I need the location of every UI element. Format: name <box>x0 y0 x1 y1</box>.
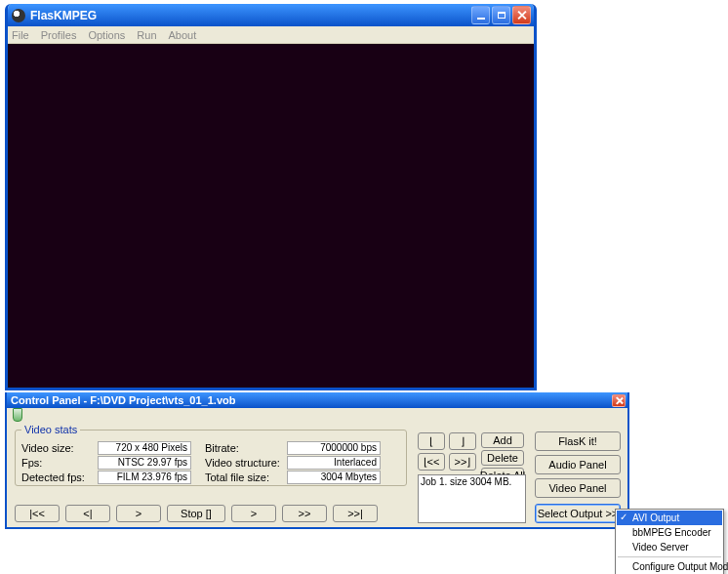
detected-fps-value: FILM 23.976 fps <box>98 471 191 484</box>
transport-first[interactable]: |<< <box>15 505 60 522</box>
transport-controls: |<< <| > Stop [] > >> >>| <box>15 505 378 522</box>
add-job-button[interactable]: Add <box>481 432 524 448</box>
total-size-value: 3004 Mbytes <box>287 471 381 484</box>
main-title: FlasKMPEG <box>30 9 469 22</box>
select-output-button[interactable]: Select Output >> <box>535 504 621 523</box>
menu-item-configure-output[interactable]: Configure Output Module <box>617 559 722 574</box>
fps-label: Fps: <box>21 457 98 469</box>
control-panel-titlebar: Control Panel - F:\DVD Project\vts_01_1.… <box>7 392 627 408</box>
bitrate-value: 7000000 bps <box>287 441 381 455</box>
transport-play[interactable]: > <box>116 505 161 522</box>
video-stats-group: Video stats Video size: 720 x 480 Pixels… <box>15 430 407 486</box>
control-panel-window: Control Panel - F:\DVD Project\vts_01_1.… <box>5 392 629 529</box>
minimize-button[interactable] <box>471 6 490 24</box>
menu-profiles[interactable]: Profiles <box>41 29 77 41</box>
close-button[interactable] <box>512 6 531 24</box>
bitrate-label: Bitrate: <box>205 442 287 454</box>
control-panel-close-button[interactable] <box>612 394 626 407</box>
total-size-label: Total file size: <box>205 472 287 483</box>
menu-item-video-server[interactable]: Video Server <box>617 540 722 554</box>
transport-stop[interactable]: Stop [] <box>167 505 225 522</box>
menu-about[interactable]: About <box>169 29 197 41</box>
jump-out-button[interactable]: >>⌋ <box>449 453 476 471</box>
video-panel-button[interactable]: Video Panel <box>535 478 621 498</box>
menubar: File Profiles Options Run About <box>8 26 534 44</box>
maximize-button[interactable] <box>492 6 510 24</box>
video-size-label: Video size: <box>21 442 98 454</box>
transport-step[interactable]: > <box>231 505 276 522</box>
menu-item-avi-output[interactable]: AVI Output <box>617 511 722 525</box>
menu-file[interactable]: File <box>12 29 29 41</box>
mark-out-button[interactable]: ⌋ <box>449 432 476 450</box>
delete-job-button[interactable]: Delete <box>481 450 524 466</box>
transport-ff[interactable]: >> <box>282 505 327 522</box>
jump-in-button[interactable]: ⌊<< <box>418 453 445 471</box>
video-structure-value: Interlaced <box>287 456 381 470</box>
video-structure-label: Video structure: <box>205 457 287 469</box>
video-preview <box>8 44 534 388</box>
output-select-menu: AVI Output bbMPEG Encoder Video Server C… <box>615 509 724 574</box>
job-list[interactable]: Job 1. size 3004 MB. <box>418 474 526 523</box>
menu-options[interactable]: Options <box>88 29 125 41</box>
menu-item-bbmpeg[interactable]: bbMPEG Encoder <box>617 525 722 540</box>
app-icon <box>12 9 25 22</box>
transport-last[interactable]: >>| <box>333 505 378 522</box>
transport-prev[interactable]: <| <box>65 505 110 522</box>
fps-value: NTSC 29.97 fps <box>98 456 191 470</box>
main-window: FlasKMPEG File Profiles Options Run Abou… <box>5 4 537 390</box>
video-stats-title: Video stats <box>21 424 80 435</box>
video-size-value: 720 x 480 Pixels <box>98 441 191 455</box>
menu-run[interactable]: Run <box>137 29 156 41</box>
seek-slider-track[interactable] <box>13 414 618 416</box>
detected-fps-label: Detected fps: <box>21 472 98 483</box>
audio-panel-button[interactable]: Audio Panel <box>535 455 621 474</box>
flask-it-button[interactable]: FlasK it! <box>535 431 621 451</box>
control-panel-title: Control Panel - F:\DVD Project\vts_01_1.… <box>11 394 612 406</box>
main-titlebar: FlasKMPEG <box>8 4 534 26</box>
seek-slider-thumb[interactable] <box>13 408 22 422</box>
mark-in-button[interactable]: ⌊ <box>418 432 445 450</box>
job-list-item[interactable]: Job 1. size 3004 MB. <box>421 476 523 487</box>
menu-separator <box>618 556 721 557</box>
